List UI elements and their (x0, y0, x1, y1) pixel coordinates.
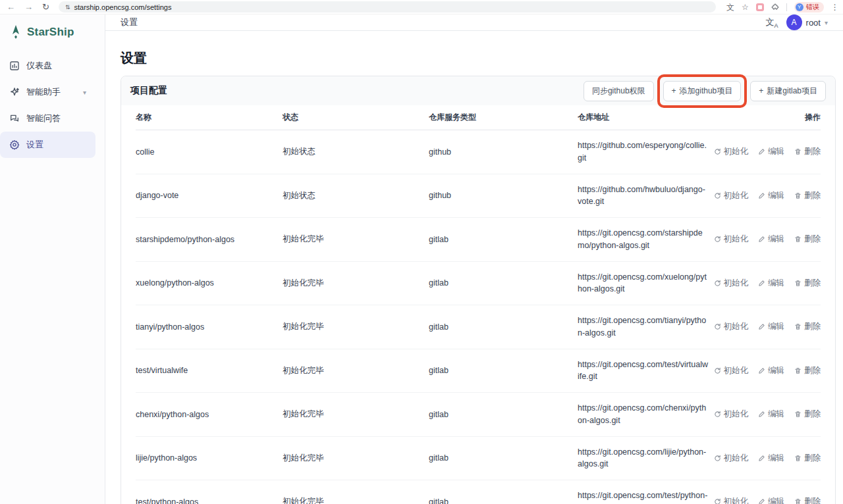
project-name: test/python-algos (136, 488, 283, 504)
logo[interactable]: StarShip (0, 14, 105, 53)
browser-menu-icon[interactable]: ⋮ (831, 3, 839, 12)
sync-github-permissions-button[interactable]: 同步github权限 (584, 81, 654, 101)
pencil-icon (758, 280, 765, 287)
table-row: chenxi/python-algos 初始化完毕 gitlab https:/… (136, 393, 821, 437)
column-header: 仓库服务类型 (429, 112, 578, 123)
refresh-icon (714, 411, 721, 418)
repo-url: https://github.com/hwbuluo/django-vote.g… (578, 174, 719, 218)
column-header: 操作 (722, 112, 821, 123)
initialize-action[interactable]: 初始化 (714, 190, 749, 201)
back-icon[interactable]: ← (7, 3, 15, 11)
initialize-action[interactable]: 初始化 (714, 365, 749, 376)
initialize-action[interactable]: 初始化 (714, 234, 749, 245)
initialize-action[interactable]: 初始化 (714, 496, 749, 504)
edit-action[interactable]: 编辑 (758, 409, 784, 420)
bookmark-star-icon[interactable]: ☆ (742, 3, 749, 11)
sync-error-label: 错误 (806, 3, 819, 12)
edit-action[interactable]: 编辑 (758, 365, 784, 376)
edit-action[interactable]: 编辑 (758, 146, 784, 157)
dashboard-icon (9, 61, 20, 71)
table-row: starshipdemo/python-algos 初始化完毕 gitlab h… (136, 218, 821, 262)
trash-icon (794, 411, 802, 418)
project-status: 初始状态 (283, 137, 429, 166)
page-title: 设置 (121, 49, 836, 67)
project-status: 初始化完毕 (283, 443, 429, 473)
plus-icon: + (759, 86, 763, 95)
sidebar-item-settings[interactable]: 设置 (0, 132, 95, 158)
delete-action[interactable]: 删除 (794, 278, 821, 289)
delete-action[interactable]: 删除 (794, 234, 821, 245)
delete-action[interactable]: 删除 (794, 190, 821, 201)
delete-action[interactable]: 删除 (794, 146, 821, 157)
project-config-card: 项目配置 同步github权限 + 添加github项目 (121, 76, 836, 504)
initialize-action[interactable]: 初始化 (714, 146, 749, 157)
pencil-icon (758, 455, 765, 462)
project-name: collie (136, 138, 283, 166)
assistant-icon (9, 87, 20, 97)
chevron-down-icon[interactable]: ▾ (83, 89, 86, 96)
gear-icon (9, 139, 20, 150)
address-bar[interactable]: ⇅ starship.opencsg.com/settings (59, 1, 716, 13)
table-row: collie 初始状态 github https://github.com/es… (136, 130, 821, 174)
project-name: tianyi/python-algos (136, 313, 283, 341)
column-header: 名称 (136, 112, 283, 123)
delete-action[interactable]: 删除 (794, 409, 821, 420)
sidebar-item-label: 智能问答 (26, 113, 61, 124)
site-settings-icon[interactable]: ⇅ (65, 4, 70, 11)
initialize-action[interactable]: 初始化 (714, 278, 749, 289)
delete-action[interactable]: 删除 (794, 496, 821, 504)
delete-action[interactable]: 删除 (794, 365, 821, 376)
edit-action[interactable]: 编辑 (758, 321, 784, 332)
sidebar-item-qa[interactable]: 智能问答 (0, 105, 95, 132)
sidebar-item-dashboard[interactable]: 仪表盘 (0, 53, 95, 79)
initialize-action[interactable]: 初始化 (714, 453, 749, 464)
starship-logo-icon (9, 25, 22, 39)
project-status: 初始化完毕 (283, 312, 429, 341)
edit-action[interactable]: 编辑 (758, 453, 784, 464)
refresh-icon (714, 323, 721, 330)
plus-icon: + (672, 86, 676, 95)
sidebar-item-label: 设置 (26, 139, 43, 151)
project-name: chenxi/python-algos (136, 401, 283, 428)
project-name: django-vote (136, 182, 283, 209)
sidebar-item-assistant[interactable]: 智能助手 ▾ (0, 79, 95, 105)
edit-action[interactable]: 编辑 (758, 234, 784, 245)
repo-service-type: gitlab (429, 401, 578, 428)
new-gitlab-project-button[interactable]: + 新建gitlab项目 (750, 81, 826, 101)
toolbar-divider (786, 3, 787, 11)
delete-action[interactable]: 删除 (794, 321, 821, 332)
trash-icon (794, 148, 802, 155)
forward-icon[interactable]: → (24, 3, 33, 11)
user-menu[interactable]: A root ▾ (786, 14, 828, 30)
url-text[interactable]: starship.opencsg.com/settings (74, 3, 171, 11)
initialize-action[interactable]: 初始化 (714, 409, 749, 420)
translate-page-icon[interactable]: 文 (726, 3, 734, 11)
initialize-action[interactable]: 初始化 (714, 321, 749, 332)
repo-url: https://git.opencsg.com/lijie/python-alg… (578, 437, 719, 480)
pencil-icon (758, 148, 765, 155)
refresh-icon (714, 280, 721, 287)
table-row: django-vote 初始状态 github https://github.c… (136, 174, 821, 218)
extensions-puzzle-icon[interactable] (771, 3, 779, 12)
repo-service-type: gitlab (429, 357, 578, 384)
language-switch-icon[interactable]: 文A (766, 16, 778, 29)
profile-chip[interactable]: Y 错误 (794, 2, 824, 13)
edit-action[interactable]: 编辑 (758, 278, 784, 289)
trash-icon (794, 280, 802, 287)
repo-service-type: gitlab (429, 313, 578, 341)
project-name: starshipdemo/python-algos (136, 226, 283, 253)
extension-pinned-icon[interactable] (756, 3, 764, 11)
project-status: 初始化完毕 (283, 268, 429, 298)
delete-action[interactable]: 删除 (794, 453, 821, 464)
add-github-project-button[interactable]: + 添加github项目 (663, 81, 742, 101)
card-header: 项目配置 同步github权限 + 添加github项目 (121, 76, 835, 105)
repo-service-type: github (429, 182, 578, 209)
sidebar: StarShip 仪表盘 智能助手 ▾ 智能问答 设置 (0, 14, 105, 504)
trash-icon (794, 498, 802, 504)
edit-action[interactable]: 编辑 (758, 190, 784, 201)
refresh-icon (714, 455, 721, 462)
edit-action[interactable]: 编辑 (758, 496, 784, 504)
refresh-icon (714, 367, 721, 374)
reload-icon[interactable]: ↻ (42, 3, 49, 11)
pencil-icon (758, 498, 765, 504)
